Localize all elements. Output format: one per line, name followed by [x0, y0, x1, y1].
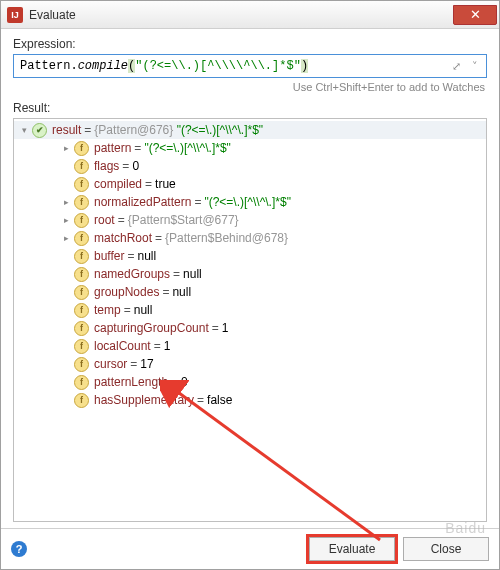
close-button[interactable]: Close	[403, 537, 489, 561]
field-objref: {Pattern@676}	[94, 121, 173, 139]
help-icon[interactable]: ?	[11, 541, 27, 557]
field-badge-icon: f	[74, 303, 89, 318]
field-value: null	[137, 247, 156, 265]
field-value: {Pattern$Behind@678}	[165, 229, 288, 247]
chevron-right-icon[interactable]: ▸	[60, 139, 72, 157]
expression-code: Pattern.compile("(?<=\\.)[^\\\\^\\.]*$")	[20, 59, 452, 73]
field-row[interactable]: ▸fpatternLength = 0	[14, 373, 486, 391]
field-value: 17	[140, 355, 153, 373]
chevron-right-icon[interactable]: ▸	[60, 229, 72, 247]
field-name: matchRoot	[94, 229, 152, 247]
field-name: cursor	[94, 355, 127, 373]
field-row[interactable]: ▸flocalCount = 1	[14, 337, 486, 355]
field-name: flags	[94, 157, 119, 175]
field-value: true	[155, 175, 176, 193]
result-root-row[interactable]: ▾ ✔ result = {Pattern@676} "(?<=\.)[^\\^…	[14, 121, 486, 139]
field-badge-icon: f	[74, 231, 89, 246]
field-row[interactable]: ▸fcapturingGroupCount = 1	[14, 319, 486, 337]
chevron-right-icon[interactable]: ▸	[60, 193, 72, 211]
field-value: "(?<=\.)[^\\^\.]*$"	[204, 193, 290, 211]
field-name: pattern	[94, 139, 131, 157]
field-name: patternLength	[94, 373, 168, 391]
field-badge-icon: f	[74, 159, 89, 174]
field-row[interactable]: ▸fnamedGroups = null	[14, 265, 486, 283]
field-badge-icon: f	[74, 267, 89, 282]
field-badge-icon: f	[74, 285, 89, 300]
field-name: compiled	[94, 175, 142, 193]
field-row[interactable]: ▸ftemp = null	[14, 301, 486, 319]
field-badge-icon: f	[74, 321, 89, 336]
field-badge-icon: f	[74, 249, 89, 264]
expression-input[interactable]: Pattern.compile("(?<=\\.)[^\\\\^\\.]*$")…	[13, 54, 487, 78]
result-badge-icon: ✔	[32, 123, 47, 138]
field-value: 0	[132, 157, 139, 175]
field-badge-icon: f	[74, 213, 89, 228]
field-badge-icon: f	[74, 195, 89, 210]
field-value: null	[172, 283, 191, 301]
field-name: groupNodes	[94, 283, 159, 301]
field-row[interactable]: ▸fpattern = "(?<=\.)[^\\^\.]*$"	[14, 139, 486, 157]
field-name: localCount	[94, 337, 151, 355]
field-row[interactable]: ▸fhasSupplementary = false	[14, 391, 486, 409]
field-row[interactable]: ▸fflags = 0	[14, 157, 486, 175]
field-badge-icon: f	[74, 141, 89, 156]
chevron-down-icon[interactable]: ▾	[18, 121, 30, 139]
dialog-content: Expression: Pattern.compile("(?<=\\.)[^\…	[1, 29, 499, 528]
field-row[interactable]: ▸fmatchRoot = {Pattern$Behind@678}	[14, 229, 486, 247]
field-value: false	[207, 391, 232, 409]
field-name: buffer	[94, 247, 124, 265]
field-badge-icon: f	[74, 357, 89, 372]
evaluate-button[interactable]: Evaluate	[309, 537, 395, 561]
field-name: hasSupplementary	[94, 391, 194, 409]
field-row[interactable]: ▸fcursor = 17	[14, 355, 486, 373]
field-row[interactable]: ▸fcompiled = true	[14, 175, 486, 193]
field-value: 0	[181, 373, 188, 391]
field-name: result	[52, 121, 81, 139]
field-badge-icon: f	[74, 393, 89, 408]
evaluate-dialog: IJ Evaluate ✕ Expression: Pattern.compil…	[0, 0, 500, 570]
field-value: "(?<=\.)[^\\^\.]*$"	[144, 139, 230, 157]
field-row[interactable]: ▸froot = {Pattern$Start@677}	[14, 211, 486, 229]
field-name: root	[94, 211, 115, 229]
field-row[interactable]: ▸fnormalizedPattern = "(?<=\.)[^\\^\.]*$…	[14, 193, 486, 211]
field-value: "(?<=\.)[^\\^\.]*$"	[177, 121, 263, 139]
field-name: capturingGroupCount	[94, 319, 209, 337]
field-row[interactable]: ▸fgroupNodes = null	[14, 283, 486, 301]
field-value: 1	[222, 319, 229, 337]
field-badge-icon: f	[74, 177, 89, 192]
field-badge-icon: f	[74, 339, 89, 354]
expand-icon[interactable]: ⤢ ˅	[452, 60, 480, 73]
field-name: temp	[94, 301, 121, 319]
hint-text: Use Ctrl+Shift+Enter to add to Watches	[13, 81, 485, 93]
field-value: {Pattern$Start@677}	[128, 211, 239, 229]
field-name: namedGroups	[94, 265, 170, 283]
field-badge-icon: f	[74, 375, 89, 390]
field-row[interactable]: ▸fbuffer = null	[14, 247, 486, 265]
dialog-footer: ? Evaluate Close	[1, 528, 499, 569]
field-value: 1	[164, 337, 171, 355]
window-title: Evaluate	[29, 8, 453, 22]
field-value: null	[134, 301, 153, 319]
chevron-right-icon[interactable]: ▸	[60, 211, 72, 229]
close-icon[interactable]: ✕	[453, 5, 497, 25]
app-icon: IJ	[7, 7, 23, 23]
expression-label: Expression:	[13, 37, 487, 51]
field-value: null	[183, 265, 202, 283]
result-label: Result:	[13, 101, 487, 115]
titlebar[interactable]: IJ Evaluate ✕	[1, 1, 499, 29]
result-tree[interactable]: ▾ ✔ result = {Pattern@676} "(?<=\.)[^\\^…	[13, 118, 487, 522]
field-name: normalizedPattern	[94, 193, 191, 211]
